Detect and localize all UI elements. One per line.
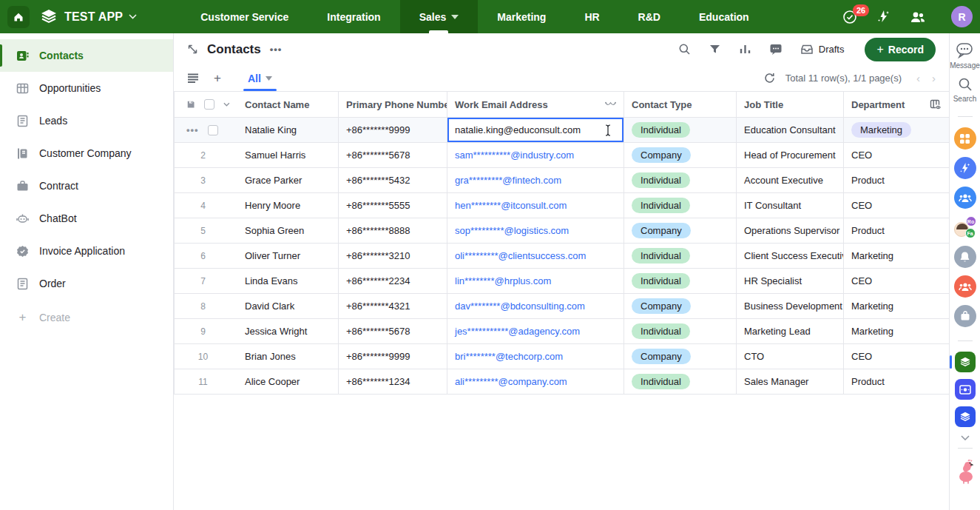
cell-department[interactable]: Marketing (844, 294, 950, 318)
row-checkbox[interactable] (208, 125, 218, 135)
add-record-button[interactable]: + Record (865, 38, 936, 61)
base-app-button[interactable] (955, 406, 976, 427)
cell-email[interactable]: bri********@techcorp.com (447, 344, 624, 369)
sidebar-item-contract[interactable]: Contract (0, 170, 173, 202)
email-link[interactable]: oli*********@clientsuccess.com (455, 250, 586, 261)
nav-tab-rd[interactable]: R&D (619, 0, 680, 33)
cell-phone[interactable]: +86*******5432 (339, 168, 447, 192)
cell-department[interactable]: CEO (844, 269, 950, 293)
cell-email[interactable]: gra*********@fintech.com (447, 168, 624, 192)
cell-phone[interactable]: +86*******3210 (339, 244, 447, 268)
cell-contact-type[interactable]: Company (624, 344, 737, 369)
cell-contact-type[interactable]: Company (624, 143, 737, 167)
sidebar-item-leads[interactable]: Leads (0, 104, 173, 137)
cell-job-title[interactable]: Business Development Director (737, 294, 844, 318)
cell-email[interactable]: dav********@bdconsulting.com (447, 294, 624, 318)
cell-job-title[interactable]: IT Consultant (737, 193, 844, 218)
cell-phone[interactable]: +86*******5678 (339, 319, 447, 343)
cell-job-title[interactable]: Account Executive (737, 168, 844, 192)
base-app-active-button[interactable] (955, 352, 976, 372)
cell-contact-name[interactable]: Sophia Green (237, 218, 339, 243)
cell-email[interactable]: lin********@hrplus.com (447, 269, 624, 293)
cell-contact-type[interactable]: Individual (624, 244, 737, 268)
notifications-button[interactable] (954, 246, 976, 268)
cell-contact-type[interactable]: Individual (624, 269, 737, 293)
tasks-check-icon[interactable]: 26 (842, 10, 857, 24)
sidebar-item-order[interactable]: Order (0, 267, 173, 300)
cell-contact-name[interactable]: Henry Moore (237, 193, 339, 218)
cell-job-title[interactable]: Head of Procurement (737, 143, 844, 167)
team-blue-button[interactable] (954, 187, 976, 209)
cell-email[interactable]: jes***********@adagency.com (447, 319, 624, 343)
sidebar-item-chatbot[interactable]: ChatBot (0, 202, 173, 235)
cell-email[interactable]: sam**********@industry.com (447, 143, 624, 167)
magic-sparkle-icon[interactable] (876, 10, 891, 24)
refresh-icon[interactable] (764, 73, 775, 84)
nav-tab-integration[interactable]: Integration (308, 0, 399, 33)
column-header-contact-type[interactable]: Contact Type (624, 92, 737, 117)
cell-phone[interactable]: +86*******1234 (339, 369, 447, 394)
cell-job-title[interactable]: Sales Manager (737, 369, 844, 394)
cell-contact-type[interactable]: Individual (624, 118, 737, 142)
members-icon[interactable] (910, 10, 926, 24)
cell-email[interactable]: sop*********@logistics.com (447, 218, 624, 243)
nav-tab-marketing[interactable]: Marketing (478, 0, 565, 33)
cell-phone[interactable]: +86*******5555 (339, 193, 447, 218)
select-all-checkbox[interactable] (204, 99, 214, 110)
cell-job-title[interactable]: Marketing Lead (737, 319, 844, 343)
table-row[interactable]: ••• 8 David Clark +86*******4321 dav****… (175, 294, 949, 319)
cell-job-title[interactable]: Operations Supervisor (737, 218, 844, 243)
dock-expand-chevron-icon[interactable] (961, 435, 970, 440)
column-header-job-title[interactable]: Job Title (737, 92, 844, 117)
chevron-down-icon[interactable] (223, 102, 230, 107)
cell-phone[interactable]: +86*******4321 (339, 294, 447, 318)
column-header-department[interactable]: Department (844, 92, 950, 117)
flamingo-sticker[interactable] (955, 459, 976, 484)
nav-tab-sales[interactable]: Sales (400, 0, 479, 33)
comment-icon[interactable] (769, 43, 783, 56)
search-icon[interactable] (678, 43, 691, 56)
table-row[interactable]: ••• 3 Grace Parker +86*******5432 gra***… (175, 168, 949, 193)
email-link[interactable]: gra*********@fintech.com (455, 175, 561, 186)
contact-avatars-cluster[interactable]: Ro Fa (954, 216, 976, 238)
sidebar-item-customer-company[interactable]: Customer Company (0, 137, 173, 170)
cell-department[interactable]: CEO (844, 193, 950, 218)
cell-contact-type[interactable]: Company (624, 294, 737, 318)
table-row[interactable]: ••• 5 Sophia Green +86*******8888 sop***… (175, 218, 949, 244)
filter-icon[interactable] (709, 43, 721, 56)
cell-email[interactable]: natalie.king@educonsult.com (447, 118, 624, 142)
email-link[interactable]: dav********@bdconsulting.com (455, 301, 585, 312)
cell-contact-name[interactable]: Grace Parker (237, 168, 339, 192)
cell-email[interactable]: oli*********@clientsuccess.com (447, 244, 624, 268)
cell-contact-name[interactable]: Linda Evans (237, 269, 339, 293)
table-row[interactable]: ••• 11 Alice Cooper +86*******1234 ali**… (175, 369, 949, 395)
view-tab-all[interactable]: All (248, 65, 272, 91)
save-icon[interactable] (186, 99, 195, 110)
cell-department[interactable]: Marketing (844, 319, 950, 343)
cell-contact-type[interactable]: Individual (624, 319, 737, 343)
workspace-bag-button[interactable] (954, 305, 976, 327)
cell-department[interactable]: CEO (844, 143, 950, 167)
cell-job-title[interactable]: Client Success Executive (737, 244, 844, 268)
cell-contact-name[interactable]: David Clark (237, 294, 339, 318)
table-row[interactable]: ••• 4 Henry Moore +86*******5555 hen****… (175, 193, 949, 218)
cell-email[interactable]: hen********@itconsult.com (447, 193, 624, 218)
cell-phone[interactable]: +86*******9999 (339, 118, 447, 142)
prev-page-icon[interactable]: ‹ (916, 72, 920, 84)
cell-contact-name[interactable]: Jessica Wright (237, 319, 339, 343)
cell-phone[interactable]: +86*******2234 (339, 269, 447, 293)
apps-grid-button[interactable] (954, 127, 976, 150)
table-row[interactable]: ••• 9 Jessica Wright +86*******5678 jes*… (175, 319, 949, 344)
sidebar-item-contacts[interactable]: Contacts (0, 39, 173, 72)
table-row[interactable]: ••• 10 Brian Jones +86*******9999 bri***… (175, 344, 949, 369)
home-button[interactable] (7, 6, 30, 28)
cell-phone[interactable]: +86*******5678 (339, 143, 447, 167)
expand-icon[interactable] (187, 44, 198, 55)
table-row[interactable]: ••• 1 Natalie King +86*******9999 natali… (175, 118, 949, 143)
cell-contact-type[interactable]: Company (624, 218, 737, 243)
cell-contact-type[interactable]: Individual (624, 369, 737, 394)
user-avatar[interactable]: R (951, 6, 973, 27)
cell-email[interactable]: ali*********@company.com (447, 369, 624, 394)
cell-department[interactable]: CEO (844, 344, 950, 369)
email-link[interactable]: bri********@techcorp.com (455, 351, 563, 362)
